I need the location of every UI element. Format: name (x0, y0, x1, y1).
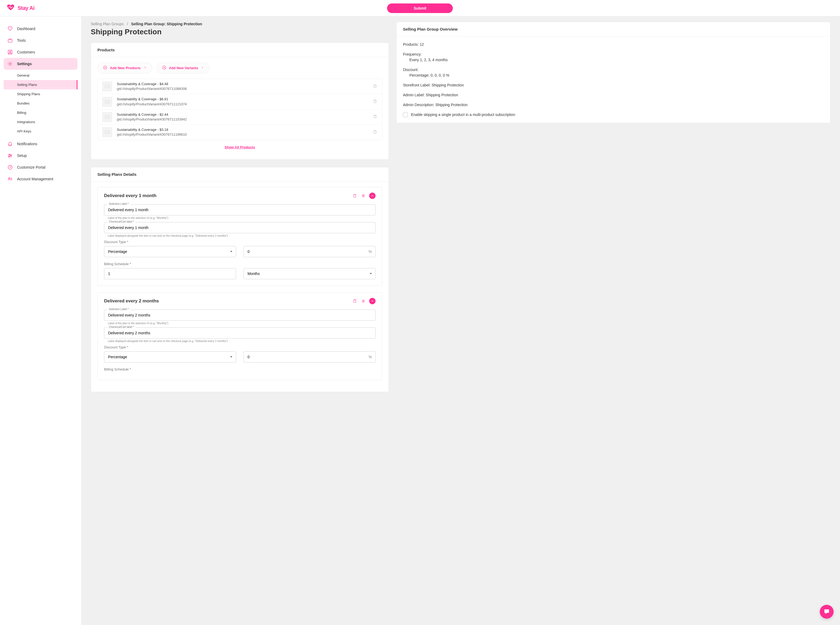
sidebar-item-setup[interactable]: Setup (4, 150, 78, 162)
selection-label-caption: Selection Label * (107, 202, 131, 205)
discount-type-select[interactable]: Percentage (104, 246, 236, 257)
sidebar-item-label: Tools (17, 38, 26, 42)
drag-handle-icon[interactable] (361, 299, 366, 304)
svg-point-23 (363, 195, 364, 196)
svg-point-8 (10, 167, 10, 168)
delete-product-button[interactable] (373, 130, 377, 135)
sidebar-item-label: Customers (17, 50, 35, 54)
discount-type-select[interactable]: Percentage (104, 351, 236, 362)
svg-point-29 (363, 300, 364, 301)
product-thumbnail (103, 97, 112, 107)
chat-icon (823, 608, 830, 615)
selection-label-input[interactable] (104, 204, 376, 215)
sidebar-item-settings[interactable]: Settings (4, 58, 78, 70)
product-text: Sustainability & Coverage - $6.81 gid://… (117, 97, 368, 106)
overview-admin-label: Admin Label: Shipping Protection (403, 92, 824, 98)
plan-title: Delivered every 2 months (104, 299, 352, 304)
product-gid: gid://shopify/ProductVariant/43076711088… (117, 86, 368, 91)
svg-point-15 (108, 101, 109, 101)
products-card-title: Products (91, 43, 389, 57)
product-row: Sustainability & Coverage - $6.81 gid://… (98, 94, 382, 109)
checkout-label-caption: Checkout/Cart label * (107, 325, 136, 328)
svg-point-6 (8, 156, 9, 157)
logo-heart-icon (6, 5, 15, 12)
delete-product-button[interactable] (373, 99, 377, 104)
delete-product-button[interactable] (373, 84, 377, 89)
selection-label-input[interactable] (104, 309, 376, 321)
sidebar-item-dashboard[interactable]: Dashboard (4, 23, 78, 34)
svg-point-31 (363, 302, 364, 302)
subnav-general[interactable]: General (4, 71, 78, 80)
discount-value-input[interactable] (243, 246, 376, 257)
collapse-plan-button[interactable] (369, 298, 376, 304)
overview-card: Selling Plan Group Overview Products: 12… (396, 22, 831, 123)
svg-point-25 (363, 196, 364, 197)
breadcrumb-current: Selling Plan Group: Shipping Protection (131, 22, 202, 26)
checkout-label-input[interactable] (104, 327, 376, 339)
selling-plans-details-title: Selling Plans Details (91, 167, 389, 182)
logo[interactable]: Stay Ai (6, 5, 34, 12)
billing-schedule-label: Billing Schedule * (104, 367, 236, 371)
selection-label-helper: Label of the plan in the selection UI (e… (108, 216, 376, 219)
sidebar-item-tools[interactable]: Tools (4, 34, 78, 46)
billing-unit-select[interactable]: Months (243, 268, 376, 279)
overview-storefront-label: Storefront Label: Shipping Protection (403, 82, 824, 88)
selection-label-caption: Selection Label * (107, 308, 131, 311)
product-text: Sustainability & Coverage - $2.44 gid://… (117, 112, 368, 122)
skip-product-checkbox[interactable] (403, 112, 408, 117)
settings-subnav: General Selling Plans Shipping Plans Bun… (4, 71, 78, 136)
user-list-icon (8, 176, 13, 182)
subnav-integrations[interactable]: Integrations (4, 117, 78, 127)
chat-launcher-button[interactable] (820, 605, 834, 619)
main-content: Selling Plan Groups / Selling Plan Group… (81, 17, 840, 625)
selection-label-helper: Label of the plan in the selection UI (e… (108, 322, 376, 325)
svg-point-22 (363, 195, 363, 196)
subnav-api-keys[interactable]: API Keys (4, 127, 78, 136)
discount-value-input[interactable] (243, 351, 376, 362)
overview-title: Selling Plan Group Overview (397, 22, 830, 36)
sidebar-item-customers[interactable]: Customers (4, 46, 78, 58)
delete-product-button[interactable] (373, 114, 377, 120)
svg-point-2 (9, 51, 11, 52)
delete-plan-button[interactable] (352, 299, 357, 304)
delete-plan-button[interactable] (352, 193, 357, 198)
subnav-billing[interactable]: Billing (4, 108, 78, 117)
show-all-products-link[interactable]: Show All Products (224, 145, 255, 149)
sidebar-item-account-management[interactable]: Account Management (4, 173, 78, 185)
breadcrumb-parent[interactable]: Selling Plan Groups (91, 22, 124, 26)
chevron-right-icon (143, 66, 146, 70)
toolbox-icon (8, 38, 13, 43)
svg-point-5 (11, 155, 11, 156)
svg-point-3 (9, 63, 11, 65)
products-card: Products Add New Products Add New Varian… (91, 42, 389, 160)
overview-products: Products: 12 (403, 42, 824, 47)
sidebar-item-customize-portal[interactable]: Customize Portal (4, 162, 78, 173)
breadcrumb-separator: / (127, 22, 128, 26)
gear-icon (8, 61, 13, 67)
svg-point-26 (363, 300, 363, 300)
sidebar-item-label: Customize Portal (17, 165, 45, 169)
add-new-products-button[interactable]: Add New Products (97, 62, 152, 73)
svg-point-17 (108, 116, 109, 117)
page-title: Shipping Protection (91, 28, 389, 36)
svg-point-9 (8, 177, 10, 179)
add-new-variants-button[interactable]: Add New Variants (156, 62, 210, 73)
subnav-shipping-plans[interactable]: Shipping Plans (4, 89, 78, 99)
submit-button[interactable]: Submit (387, 3, 453, 13)
collapse-plan-button[interactable] (369, 193, 376, 199)
subnav-selling-plans[interactable]: Selling Plans (4, 80, 78, 89)
drag-handle-icon[interactable] (361, 193, 366, 198)
subnav-bundles[interactable]: Bundles (4, 99, 78, 108)
product-list: Sustainability & Coverage - $4.48 gid://… (97, 79, 382, 140)
checkout-label-input[interactable] (104, 222, 376, 233)
billing-schedule-label: Billing Schedule * (104, 262, 236, 266)
product-title: Sustainability & Coverage - $2.44 (117, 112, 368, 117)
svg-point-28 (363, 300, 363, 301)
bell-icon (8, 141, 13, 146)
plus-circle-icon (162, 65, 166, 70)
sidebar-item-notifications[interactable]: Notifications (4, 138, 78, 150)
percent-suffix: % (369, 249, 372, 254)
sidebar-item-label: Setup (17, 154, 27, 158)
skip-product-label: Enable skipping a single product in a mu… (411, 112, 515, 118)
billing-interval-input[interactable] (104, 268, 236, 279)
